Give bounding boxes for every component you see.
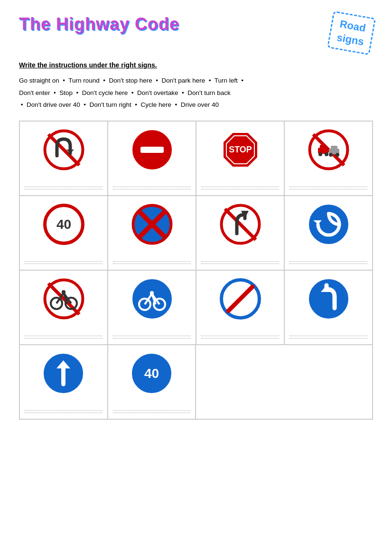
- cell-speed-40: 40: [20, 196, 108, 270]
- write-line-1: [25, 336, 103, 336]
- cell-go-straight: [20, 345, 108, 419]
- svg-point-18: [336, 153, 339, 157]
- svg-rect-4: [140, 147, 164, 153]
- write-line-1: [289, 336, 367, 336]
- write-line-1: [289, 261, 367, 262]
- cell-cycle-here: [108, 271, 196, 344]
- signs-grid: STOP: [19, 121, 373, 420]
- cell-no-cycle: [20, 271, 108, 344]
- cell-turn-left: [285, 271, 372, 344]
- write-line-1: [113, 410, 191, 411]
- write-line-1: [25, 187, 103, 187]
- write-line-2: [25, 189, 103, 189]
- write-line-1: [113, 261, 191, 262]
- instruction: Write the instructions under the right s…: [19, 61, 373, 69]
- write-line-2: [113, 413, 191, 413]
- cell-no-overtake: [285, 122, 372, 195]
- svg-rect-16: [331, 146, 337, 150]
- cell-no-entry: [108, 122, 196, 195]
- write-line-2: [25, 338, 103, 339]
- sign-speed-40: 40: [42, 203, 85, 245]
- write-line-2: [201, 263, 279, 264]
- svg-point-17: [329, 153, 333, 157]
- write-line-1: [25, 410, 103, 411]
- write-line-2: [113, 263, 191, 264]
- write-line-1: [289, 187, 367, 187]
- write-line-2: [25, 413, 103, 413]
- cell-no-stop: [196, 271, 285, 344]
- grid-row-2: 40: [20, 196, 372, 271]
- title-area: The Highway Code Roadsigns: [19, 14, 373, 52]
- cell-no-park: [108, 196, 196, 270]
- svg-text:40: 40: [144, 366, 159, 381]
- grid-row-4: 40: [20, 345, 372, 419]
- sign-drive-over-40: 40: [130, 352, 173, 395]
- road-signs-badge: Roadsigns: [327, 11, 376, 56]
- cell-stop: STOP: [196, 122, 285, 195]
- sign-no-u-turn: [42, 128, 85, 171]
- write-line-2: [201, 189, 279, 189]
- sign-stop: STOP: [219, 128, 261, 171]
- write-line-1: [201, 336, 279, 336]
- svg-rect-12: [320, 145, 327, 150]
- write-line-2: [289, 338, 367, 339]
- cell-no-right-turn: [196, 196, 285, 270]
- svg-text:STOP: STOP: [229, 145, 252, 154]
- cell-drive-over-40: 40: [108, 345, 196, 419]
- write-line-1: [113, 187, 191, 187]
- write-line-1: [25, 261, 103, 262]
- cell-no-u-turn: [20, 122, 108, 195]
- sign-turn-left: [307, 277, 350, 320]
- sign-no-entry: [131, 128, 173, 171]
- sign-no-cycle: [42, 277, 85, 320]
- sign-no-right-turn: [219, 203, 261, 245]
- write-line-2: [289, 189, 367, 189]
- sign-no-park: [131, 203, 173, 245]
- write-line-2: [201, 338, 279, 339]
- sign-cycle-here: [131, 277, 173, 320]
- write-line-2: [113, 189, 191, 189]
- write-line-1: [113, 336, 191, 336]
- svg-point-14: [325, 152, 328, 156]
- sign-go-straight: [42, 352, 85, 395]
- svg-point-13: [318, 152, 322, 156]
- sign-no-overtake: [307, 128, 350, 171]
- write-line-2: [25, 263, 103, 264]
- sign-no-stop: [219, 277, 261, 320]
- svg-text:40: 40: [56, 217, 71, 232]
- grid-row-1: STOP: [20, 122, 372, 196]
- write-line-2: [289, 263, 367, 264]
- sign-roundabout: [307, 203, 350, 245]
- write-line-2: [113, 338, 191, 339]
- write-line-1: [201, 261, 279, 262]
- main-title: The Highway Code: [19, 14, 179, 34]
- grid-row-3: [20, 271, 372, 345]
- svg-point-36: [133, 280, 171, 318]
- write-line-1: [201, 187, 279, 187]
- cell-roundabout: [285, 196, 372, 270]
- svg-point-28: [309, 205, 347, 243]
- word-bank: Go straight on • Turn round • Don't stop…: [19, 75, 373, 111]
